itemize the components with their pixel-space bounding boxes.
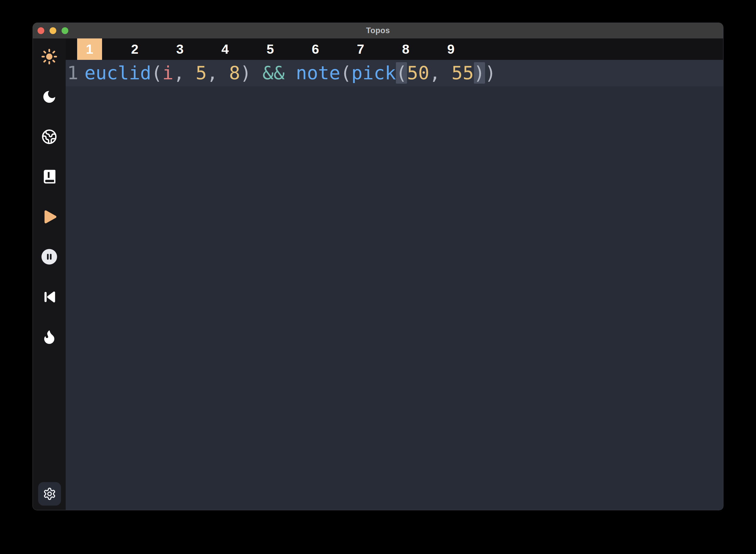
- code-token: ,: [207, 62, 229, 84]
- book-icon: [41, 168, 58, 185]
- code-text: euclid(i, 5, 8) && note(pick(50, 55)): [84, 60, 496, 86]
- code-token: note: [296, 62, 340, 84]
- tab-5[interactable]: 5: [258, 39, 283, 60]
- code-token: (: [340, 62, 351, 84]
- code-token: 55: [452, 62, 474, 84]
- code-token: ): [240, 62, 251, 84]
- play-button[interactable]: [41, 208, 58, 226]
- tab-9[interactable]: 9: [438, 39, 463, 60]
- sun-icon: [41, 48, 58, 65]
- titlebar[interactable]: Topos: [33, 23, 723, 39]
- tab-2[interactable]: 2: [122, 39, 147, 60]
- code-token: euclid: [84, 62, 151, 84]
- code-token-bracket-match: (: [396, 62, 407, 84]
- tab-6[interactable]: 6: [303, 39, 328, 60]
- pause-icon: [41, 248, 58, 265]
- code-token: ,: [173, 62, 196, 84]
- settings-gear-icon: [43, 487, 56, 501]
- app-window: Topos: [33, 23, 723, 510]
- line-number: 1: [66, 60, 80, 86]
- active-code-line[interactable]: 1 euclid(i, 5, 8) && note(pick(50, 55)): [66, 60, 723, 86]
- light-theme-button[interactable]: [41, 48, 58, 65]
- tab-bar: 1 2 3 4 5 6 7 8 9: [66, 39, 723, 60]
- skip-back-icon: [41, 289, 58, 305]
- code-editor[interactable]: 1 euclid(i, 5, 8) && note(pick(50, 55)): [66, 60, 723, 510]
- code-token: ,: [429, 62, 452, 84]
- code-token: pick: [351, 62, 396, 84]
- globe-button[interactable]: [41, 128, 58, 146]
- moon-icon: [41, 89, 57, 105]
- flame-icon: [41, 329, 57, 345]
- tab-1[interactable]: 1: [77, 39, 102, 60]
- tab-4[interactable]: 4: [212, 39, 238, 60]
- settings-button[interactable]: [38, 482, 61, 506]
- play-icon: [41, 208, 58, 225]
- docs-button[interactable]: [41, 168, 58, 185]
- window-title: Topos: [33, 26, 723, 35]
- code-token: &&: [251, 62, 296, 84]
- code-token: 8: [229, 62, 240, 84]
- tab-3[interactable]: 3: [168, 39, 192, 60]
- code-token: ): [485, 62, 496, 84]
- code-token: (: [151, 62, 163, 84]
- code-token-bracket-match: ): [474, 62, 485, 84]
- rewind-button[interactable]: [41, 288, 58, 306]
- code-token: 50: [407, 62, 429, 84]
- tab-7[interactable]: 7: [348, 39, 373, 60]
- pause-button[interactable]: [41, 248, 58, 266]
- tab-8[interactable]: 8: [393, 39, 418, 60]
- globe-icon: [41, 129, 57, 145]
- sidebar: [33, 39, 66, 510]
- flame-button[interactable]: [41, 328, 58, 346]
- code-token: i: [163, 62, 174, 84]
- dark-theme-button[interactable]: [41, 88, 58, 106]
- code-token: 5: [196, 62, 207, 84]
